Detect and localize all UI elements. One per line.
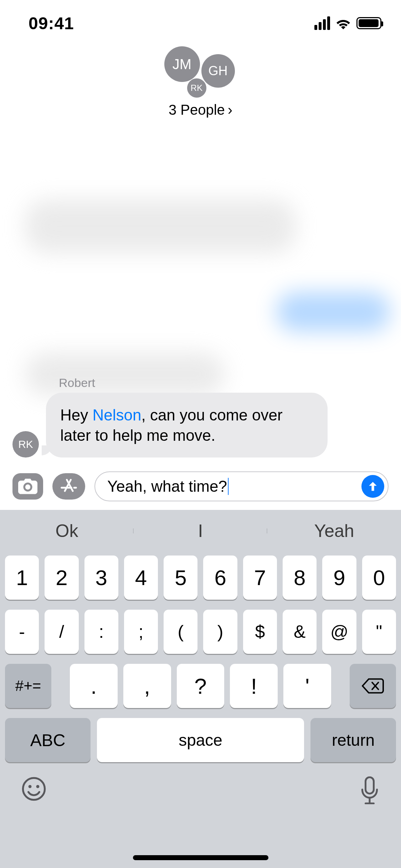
smiley-icon (21, 776, 46, 801)
key[interactable]: 8 (283, 556, 317, 600)
arrow-up-icon (366, 480, 379, 493)
previous-messages-blurred (0, 139, 401, 312)
key[interactable]: 2 (45, 556, 78, 600)
key[interactable]: ' (283, 664, 331, 708)
key[interactable]: 5 (164, 556, 197, 600)
key[interactable]: & (283, 610, 317, 654)
chevron-right-icon: › (228, 102, 232, 118)
key[interactable]: : (84, 610, 118, 654)
status-time: 09:41 (29, 14, 74, 33)
camera-button[interactable] (12, 473, 43, 500)
message-sender-label: Robert (59, 376, 389, 390)
key[interactable]: 7 (243, 556, 277, 600)
emoji-button[interactable] (21, 776, 46, 803)
key[interactable]: ( (164, 610, 197, 654)
key[interactable]: ? (177, 664, 225, 708)
message-row: Robert RK Hey Nelson, can you come over … (12, 376, 389, 458)
send-button[interactable] (361, 475, 384, 498)
key[interactable]: , (123, 664, 171, 708)
message-input[interactable]: Yeah, what time? (94, 471, 389, 501)
home-indicator[interactable] (133, 855, 268, 860)
group-avatar-cluster: JM GH RK (154, 46, 247, 100)
avatar: JM (164, 46, 200, 82)
camera-icon (18, 479, 37, 494)
key[interactable]: 1 (5, 556, 39, 600)
letters-switch-key[interactable]: ABC (5, 718, 91, 762)
key[interactable]: $ (243, 610, 277, 654)
message-text: Hey (60, 406, 92, 424)
svg-point-0 (23, 778, 45, 800)
svg-rect-3 (366, 777, 374, 794)
key[interactable]: 3 (84, 556, 118, 600)
cellular-signal-icon (314, 16, 330, 30)
status-bar: 09:41 (0, 0, 401, 46)
key[interactable]: 4 (124, 556, 158, 600)
mention-link[interactable]: Nelson (92, 406, 141, 424)
avatar: GH (201, 54, 235, 88)
keyboard: Ok I Yeah 1 2 3 4 5 6 7 8 9 0 - / : ; (0, 510, 401, 868)
avatar: RK (12, 431, 39, 458)
key[interactable]: / (45, 610, 78, 654)
prediction-suggestion[interactable]: Ok (0, 521, 134, 541)
prediction-suggestion[interactable]: I (134, 521, 267, 541)
dictation-button[interactable] (360, 776, 380, 806)
prediction-suggestion[interactable]: Yeah (267, 521, 401, 541)
svg-point-2 (36, 785, 40, 788)
return-key[interactable]: return (310, 718, 396, 762)
message-bubble[interactable]: Hey Nelson, can you come over later to h… (46, 393, 328, 458)
wifi-icon (335, 17, 351, 30)
key[interactable]: ) (203, 610, 237, 654)
message-input-value: Yeah, what time? (107, 477, 227, 495)
key[interactable]: " (362, 610, 396, 654)
app-drawer-button[interactable] (52, 473, 85, 500)
key[interactable]: @ (322, 610, 356, 654)
symbols-switch-key[interactable]: #+= (5, 664, 51, 708)
text-cursor (228, 478, 229, 495)
key[interactable]: . (70, 664, 118, 708)
key[interactable]: ! (230, 664, 278, 708)
battery-icon (356, 17, 381, 29)
svg-point-1 (29, 785, 32, 788)
key[interactable]: 9 (322, 556, 356, 600)
keyboard-row: - / : ; ( ) $ & @ " (5, 610, 396, 654)
backspace-key[interactable] (350, 664, 396, 708)
keyboard-row: 1 2 3 4 5 6 7 8 9 0 (5, 556, 396, 600)
key[interactable]: 0 (362, 556, 396, 600)
microphone-icon (360, 776, 380, 804)
keyboard-row: ABC space return (5, 718, 396, 762)
compose-bar: Yeah, what time? (0, 467, 401, 506)
conversation-header[interactable]: JM GH RK 3 People › (0, 46, 401, 139)
conversation-title[interactable]: 3 People › (0, 102, 401, 118)
avatar: RK (187, 78, 206, 98)
status-icons (314, 16, 381, 30)
backspace-icon (362, 678, 384, 694)
key[interactable]: - (5, 610, 39, 654)
key[interactable]: 6 (203, 556, 237, 600)
key[interactable]: ; (124, 610, 158, 654)
space-key[interactable]: space (97, 718, 304, 762)
keyboard-row: #+= . , ? ! ' (5, 664, 396, 708)
prediction-bar: Ok I Yeah (0, 510, 401, 552)
appstore-icon (60, 477, 78, 496)
conversation-title-label: 3 People (169, 102, 225, 118)
